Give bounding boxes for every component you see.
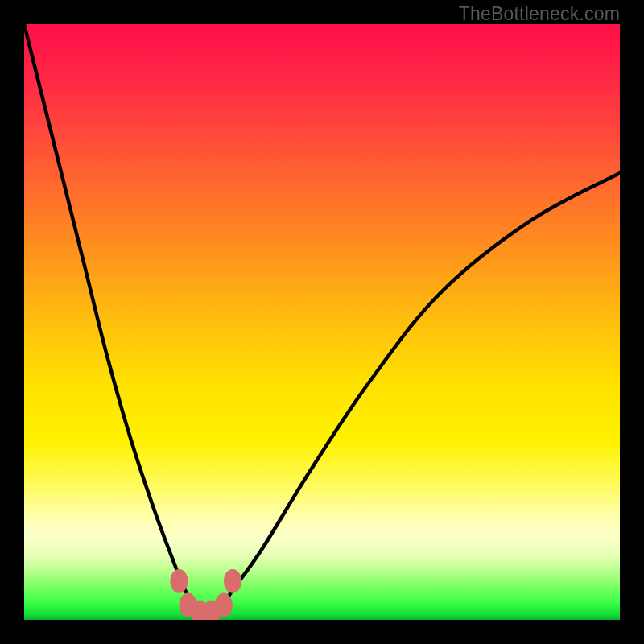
- marker-dot: [224, 569, 242, 593]
- plot-area: [24, 24, 620, 620]
- chart-frame: TheBottleneck.com: [0, 0, 644, 644]
- marker-dot: [170, 569, 188, 593]
- marker-dot: [215, 593, 233, 617]
- bottleneck-curve-svg: [24, 24, 620, 620]
- bottleneck-curve-path: [24, 24, 620, 615]
- watermark-text: TheBottleneck.com: [459, 3, 620, 25]
